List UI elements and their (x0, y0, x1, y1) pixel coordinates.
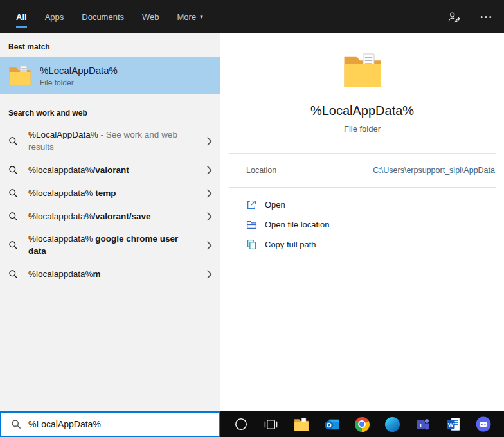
location-row: Location C:\Users\erpsupport_sipl\AppDat… (221, 154, 504, 187)
preview-header: %LocalAppData% File folder (221, 33, 504, 134)
best-match-header: Best match (0, 33, 221, 57)
suggestion-query: %localappdata% (28, 188, 93, 198)
preview-title: %LocalAppData% (221, 103, 504, 118)
search-icon (8, 240, 18, 250)
suggestion-row[interactable]: %localappdata%m (0, 262, 221, 285)
search-icon (8, 136, 18, 146)
best-match-text: %LocalAppData% File folder (40, 65, 118, 87)
preview-subtitle: File folder (221, 124, 504, 134)
suggestion-query: %LocalAppData% (28, 130, 98, 139)
search-filter-bar: All Apps Documents Web More▾ (0, 0, 504, 33)
suggestion-query: %localappdata% (28, 269, 93, 279)
chevron-right-icon[interactable] (206, 136, 212, 146)
tab-documents[interactable]: Documents (82, 0, 124, 33)
suggestion-text: %localappdata%/valorant (28, 159, 193, 181)
suggestion-text: %localappdata%m (28, 263, 193, 285)
tab-more[interactable]: More▾ (177, 0, 203, 33)
suggestion-completion: /valorant/save (93, 211, 151, 221)
suggestion-query: %localappdata% (28, 234, 93, 244)
best-match-subtitle: File folder (40, 78, 118, 87)
task-view-icon[interactable] (263, 416, 279, 433)
edge-icon[interactable] (384, 416, 401, 433)
tab-web[interactable]: Web (142, 0, 159, 33)
suggestion-completion: /valorant (93, 165, 129, 175)
action-open-file-location[interactable]: Open file location (246, 219, 504, 230)
outlook-icon[interactable] (324, 416, 340, 433)
chevron-right-icon[interactable] (206, 269, 212, 279)
action-open[interactable]: Open (246, 199, 504, 210)
suggestion-row[interactable]: %localappdata% google chrome user data (0, 227, 221, 262)
best-match-title: %LocalAppData% (40, 65, 118, 76)
action-label: Copy full path (265, 240, 316, 249)
suggestion-row[interactable]: %localappdata%/valorant/save (0, 204, 221, 227)
suggestion-completion: temp (93, 188, 116, 198)
suggestion-completion: m (93, 269, 101, 279)
tab-web-label: Web (142, 12, 159, 22)
chevron-right-icon[interactable] (206, 165, 212, 175)
teams-icon[interactable]: T (415, 416, 431, 433)
results-panel: Best match %LocalAppData% File folder Se… (0, 33, 221, 411)
account-icon[interactable] (447, 10, 460, 23)
tab-more-label: More (177, 12, 197, 22)
suggestion-query: %localappdata% (28, 211, 93, 221)
suggestion-text: %localappdata%/valorant/save (28, 205, 193, 227)
suggestion-row[interactable]: %localappdata%/valorant (0, 158, 221, 181)
location-link[interactable]: C:\Users\erpsupport_sipl\AppData (373, 166, 495, 175)
word-icon[interactable]: W (446, 416, 462, 433)
suggestion-text: %LocalAppData% - See work and web result… (28, 123, 193, 158)
folder-icon (8, 66, 32, 86)
ellipsis-icon[interactable] (480, 10, 492, 23)
svg-text:T: T (419, 422, 423, 429)
open-file-location-icon (246, 219, 257, 230)
tab-documents-label: Documents (82, 12, 124, 22)
open-icon (246, 199, 257, 210)
folder-icon (343, 53, 382, 88)
search-icon (11, 419, 21, 429)
suggestion-row[interactable]: %LocalAppData% - See work and web result… (0, 123, 221, 158)
chevron-right-icon[interactable] (206, 188, 212, 198)
filter-tabs: All Apps Documents Web More▾ (16, 0, 221, 33)
search-icon (8, 188, 18, 198)
search-icon (8, 211, 18, 221)
search-icon (8, 165, 18, 175)
preview-pane: %LocalAppData% File folder Location C:\U… (221, 33, 504, 411)
suggestion-row[interactable]: %localappdata% temp (0, 181, 221, 204)
chevron-down-icon: ▾ (200, 13, 203, 20)
windows-search-flyout: All Apps Documents Web More▾ (0, 0, 504, 437)
search-icon (8, 269, 18, 279)
tab-apps[interactable]: Apps (45, 0, 64, 33)
preview-actions: Open Open file location Copy full path (221, 188, 504, 250)
svg-text:W: W (448, 421, 454, 428)
copy-icon (246, 239, 257, 250)
suggestion-query: %localappdata% (28, 165, 93, 175)
suggestion-text: %localappdata% temp (28, 182, 193, 204)
tab-all-label: All (16, 12, 27, 22)
chevron-right-icon[interactable] (206, 211, 212, 221)
action-copy-full-path[interactable]: Copy full path (246, 239, 504, 250)
search-input[interactable] (28, 419, 214, 429)
chrome-icon[interactable] (354, 416, 370, 433)
file-explorer-icon[interactable] (294, 416, 310, 433)
cortana-icon[interactable] (233, 416, 249, 433)
chevron-right-icon[interactable] (206, 240, 212, 250)
tab-all[interactable]: All (16, 0, 27, 33)
best-match-result[interactable]: %LocalAppData% File folder (0, 57, 221, 94)
suggestion-text: %localappdata% google chrome user data (28, 227, 193, 262)
tab-apps-label: Apps (45, 12, 64, 22)
location-label: Location (246, 166, 276, 175)
discord-icon[interactable] (476, 416, 492, 433)
action-label: Open (265, 200, 285, 210)
action-label: Open file location (265, 220, 329, 229)
search-web-header: Search work and web (0, 94, 221, 123)
search-box (0, 411, 221, 437)
taskbar: T W (221, 411, 504, 437)
topbar-actions (447, 10, 492, 23)
